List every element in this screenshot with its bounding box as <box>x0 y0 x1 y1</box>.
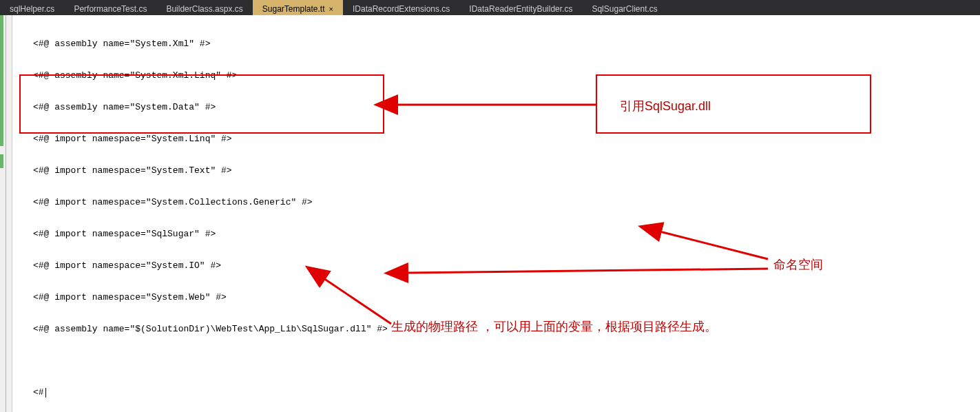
tab-idatarecord[interactable]: IDataRecordExtensions.cs <box>343 0 459 15</box>
code-line: <#@ import namespace="SqlSugar" #> <box>12 229 980 240</box>
tab-builderclass[interactable]: BuilderClass.aspx.cs <box>156 0 252 15</box>
close-icon[interactable]: × <box>329 5 333 13</box>
code-line: <#@ import namespace="System.Text" #> <box>12 165 980 176</box>
annotation-label: 生成的物理路径 ，可以用上面的变量，根据项目路径生成。 <box>391 318 717 335</box>
annotation-label: 引用SqlSugar.dll <box>620 98 711 114</box>
code-line: <#@ import namespace="System.Linq" #> <box>12 134 980 145</box>
code-line: <#@ import namespace="System.IO" #> <box>12 260 980 271</box>
annotation-label: 命名空间 <box>773 256 823 273</box>
tab-performancetest[interactable]: PerformanceTest.cs <box>64 0 156 15</box>
tab-label: IDataReaderEntityBuilder.cs <box>469 4 572 14</box>
change-bar-icon <box>0 15 3 146</box>
code-line: <#@ assembly name="System.Xml" #> <box>12 39 980 50</box>
annotation-box <box>19 74 384 134</box>
tab-bar: sqlHelper.cs PerformanceTest.cs BuilderC… <box>0 0 980 15</box>
tab-label: PerformanceTest.cs <box>74 4 147 14</box>
code-line <box>12 356 980 367</box>
outline-line <box>6 15 6 412</box>
tab-idatareader[interactable]: IDataReaderEntityBuilder.cs <box>459 0 582 15</box>
tab-label: sqlHelper.cs <box>10 4 54 14</box>
tab-label: SugarTemplate.tt <box>262 4 325 14</box>
tab-sqlhelper[interactable]: sqlHelper.cs <box>0 0 64 15</box>
tab-label: IDataRecordExtensions.cs <box>353 4 450 14</box>
tab-sugartemplate[interactable]: SugarTemplate.tt × <box>253 0 343 15</box>
change-bar-icon <box>0 154 3 168</box>
code-line: <#@ import namespace="System.Web" #> <box>12 292 980 303</box>
tab-label: SqlSugarClient.cs <box>592 4 657 14</box>
code-line: <#@ import namespace="System.Collections… <box>12 197 980 208</box>
gutter <box>0 15 12 412</box>
tab-sqlsugarclient[interactable]: SqlSugarClient.cs <box>582 0 667 15</box>
tab-label: BuilderClass.aspx.cs <box>166 4 242 14</box>
code-line: <# <box>12 387 980 398</box>
